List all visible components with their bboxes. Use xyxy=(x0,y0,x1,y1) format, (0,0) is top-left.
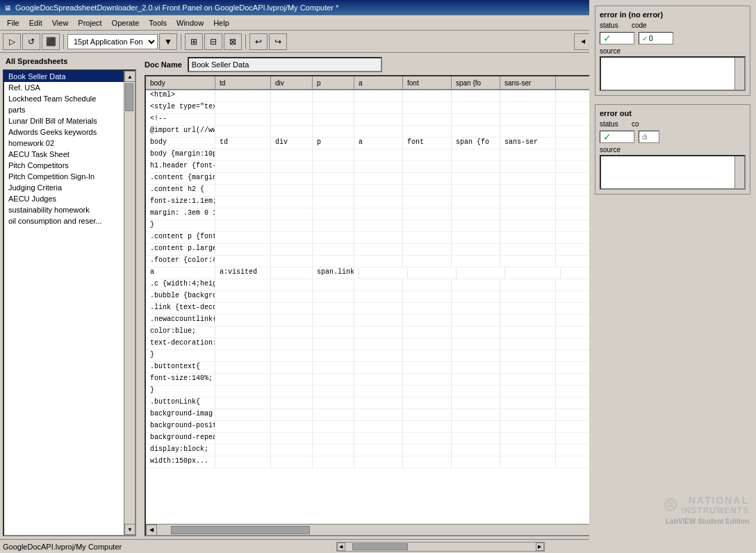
list-item[interactable]: homework 02 xyxy=(4,138,124,149)
code-cell xyxy=(354,256,403,267)
code-cell xyxy=(500,421,556,432)
menu-window[interactable]: Window xyxy=(172,17,208,28)
code-cell xyxy=(500,244,556,255)
hscroll-left[interactable]: ◀ xyxy=(146,525,157,536)
code-cell xyxy=(313,338,354,349)
list-item[interactable]: Pitch Competition Sign-In xyxy=(4,171,124,182)
code-cell xyxy=(215,173,271,184)
doc-name-input[interactable] xyxy=(188,57,382,72)
code-cell xyxy=(313,232,354,243)
code-cell xyxy=(403,197,452,208)
out-source-vscroll[interactable] xyxy=(734,156,744,188)
list-item[interactable]: AECU Task Sheet xyxy=(4,149,124,160)
list-item[interactable]: AECU Judges xyxy=(4,193,124,204)
menu-edit[interactable]: Edit xyxy=(25,17,47,28)
source-vscroll[interactable] xyxy=(734,58,744,90)
code-cell xyxy=(452,303,500,314)
bottom-scroll-left[interactable]: ◀ xyxy=(337,543,345,551)
menu-file[interactable]: File xyxy=(3,17,24,28)
toolbar-undo[interactable]: ↩ xyxy=(249,33,268,50)
bottom-hscrollbar[interactable]: ◀ ▶ xyxy=(336,542,545,552)
code-cell: td xyxy=(215,138,271,149)
code-cell xyxy=(215,220,271,231)
toolbar-run-arrow[interactable]: ▷ xyxy=(3,33,21,50)
code-cell xyxy=(500,303,556,314)
code-cell xyxy=(354,244,403,255)
list-item[interactable]: parts xyxy=(4,104,124,115)
code-cell xyxy=(500,220,556,231)
spreadsheet-list[interactable]: Book Seller DataRef. USALockheed Team Sc… xyxy=(4,71,124,535)
code-cell xyxy=(215,338,271,349)
out-source-label: source xyxy=(600,146,746,154)
code-cell: p xyxy=(313,138,354,149)
list-item[interactable]: sustainability homework xyxy=(4,204,124,215)
list-item[interactable]: Adwords Geeks keywords xyxy=(4,126,124,138)
code-cell xyxy=(313,256,354,267)
bottom-scroll-right[interactable]: ▶ xyxy=(536,543,544,551)
code-cell xyxy=(313,303,354,314)
toolbar-redo[interactable]: ↪ xyxy=(269,33,287,50)
code-cell xyxy=(500,208,556,220)
menu-tools[interactable]: Tools xyxy=(145,17,171,28)
code-cell xyxy=(403,445,452,456)
code-label: code xyxy=(632,22,659,29)
code-cell xyxy=(354,90,403,101)
code-cell xyxy=(215,161,271,172)
code-cell xyxy=(403,114,452,125)
list-item[interactable]: Lockheed Team Schedule xyxy=(4,93,124,104)
code-cell xyxy=(500,315,556,326)
code-cell xyxy=(403,456,452,468)
code-cell xyxy=(403,409,452,420)
menu-project[interactable]: Project xyxy=(74,17,106,28)
list-scrollbar[interactable]: ▲ ▼ xyxy=(124,71,135,535)
code-cell xyxy=(271,421,313,432)
code-cell xyxy=(215,303,271,314)
list-item[interactable]: Judging Criteria xyxy=(4,182,124,193)
code-cell xyxy=(271,386,313,397)
error-out-source-box xyxy=(600,155,746,190)
list-item[interactable]: Book Seller Data xyxy=(4,71,124,82)
scroll-down-button[interactable]: ▼ xyxy=(124,524,135,535)
code-cell xyxy=(500,161,556,172)
error-in-code-value: ✓ 0 xyxy=(639,32,673,44)
font-selector[interactable]: 15pt Application Font xyxy=(67,34,158,49)
code-cell xyxy=(215,386,271,397)
code-cell: font xyxy=(403,138,452,149)
toolbar-abort[interactable]: ⬛ xyxy=(42,33,60,50)
toolbar-resize[interactable]: ⊠ xyxy=(224,33,242,50)
code-cell: span {fo xyxy=(452,138,500,149)
code-cell xyxy=(313,350,354,361)
code-cell xyxy=(354,303,403,314)
code-cell xyxy=(403,303,452,314)
error-out-panel: error out status co ✓ di source xyxy=(595,104,750,195)
toolbar-align[interactable]: ⊞ xyxy=(185,33,203,50)
list-item[interactable]: oil consumption and reser... xyxy=(4,215,124,226)
toolbar-distribute[interactable]: ⊟ xyxy=(204,33,222,50)
code-cell xyxy=(403,185,452,196)
menu-help[interactable]: Help xyxy=(209,17,233,28)
code-cell xyxy=(452,291,500,302)
code-cell xyxy=(313,315,354,326)
menu-view[interactable]: View xyxy=(48,17,73,28)
code-cell xyxy=(403,433,452,444)
code-cell xyxy=(500,397,556,408)
code-cell: <html> xyxy=(146,90,215,101)
code-cell xyxy=(271,350,313,361)
toolbar-run-continuously[interactable]: ↺ xyxy=(22,33,40,50)
code-cell xyxy=(500,90,556,101)
menu-operate[interactable]: Operate xyxy=(108,17,144,28)
list-item[interactable]: Pitch Competitors xyxy=(4,160,124,171)
code-cell xyxy=(271,327,313,338)
code-cell xyxy=(403,291,452,302)
scroll-up-button[interactable]: ▲ xyxy=(124,71,135,82)
code-cell xyxy=(403,279,452,290)
code-cell xyxy=(452,456,500,468)
code-cell xyxy=(215,374,271,385)
list-item[interactable]: Lunar Drill Bill of Materials xyxy=(4,115,124,126)
list-item[interactable]: Ref. USA xyxy=(4,82,124,93)
code-cell: color:blue; xyxy=(146,327,215,338)
code-cell xyxy=(271,338,313,349)
code-cell xyxy=(452,445,500,456)
code-cell xyxy=(452,362,500,373)
toolbar-font-down[interactable]: ▼ xyxy=(159,33,177,50)
